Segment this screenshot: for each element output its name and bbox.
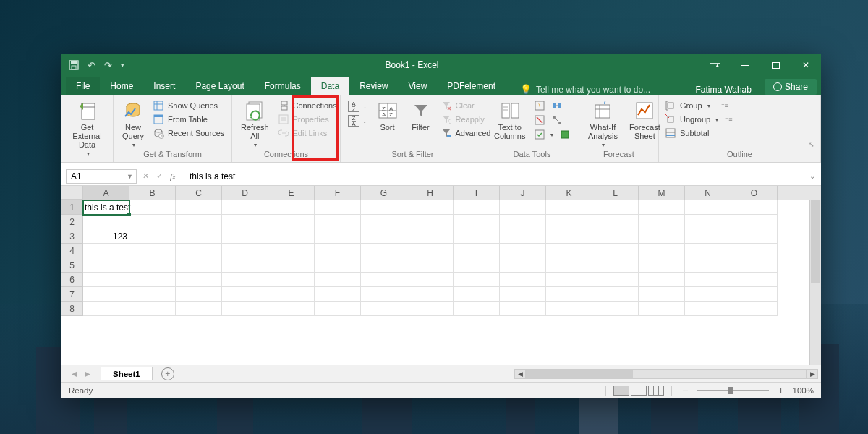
ribbon-tabs: File Home Insert Page Layout Formulas Da… (61, 76, 821, 95)
tab-review[interactable]: Review (349, 77, 398, 95)
data-validation-button[interactable]: ▾ (532, 128, 555, 141)
name-box-dropdown-icon[interactable]: ▼ (127, 173, 136, 180)
page-break-view-button[interactable] (648, 386, 664, 396)
tab-home[interactable]: Home (100, 77, 143, 95)
remove-duplicates-button[interactable] (532, 114, 547, 127)
minimize-button[interactable] (730, 54, 760, 76)
row-header-1[interactable]: 1 (61, 200, 83, 215)
tab-page-layout[interactable]: Page Layout (185, 77, 254, 95)
col-header-A[interactable]: A (83, 186, 129, 200)
remove-duplicates-icon (534, 114, 545, 126)
share-button[interactable]: Share (765, 79, 817, 95)
insert-function-icon[interactable]: fx (170, 172, 176, 181)
close-button[interactable]: ✕ (791, 54, 821, 76)
zoom-slider[interactable] (697, 390, 769, 391)
col-header-M[interactable]: M (639, 186, 685, 200)
tab-data[interactable]: Data (311, 77, 349, 95)
clear-filter-icon (441, 100, 452, 111)
consolidate-icon (551, 100, 563, 111)
worksheet-grid[interactable]: A B C D E F G H I J K L M N O 1this is a… (61, 186, 821, 365)
row-header-5[interactable]: 5 (61, 258, 83, 273)
row-header-2[interactable]: 2 (61, 215, 83, 229)
redo-icon[interactable]: ↷ (104, 60, 112, 71)
undo-icon[interactable]: ↶ (88, 60, 95, 71)
col-header-K[interactable]: K (546, 186, 592, 200)
col-header-J[interactable]: J (500, 186, 546, 200)
svg-rect-6 (154, 101, 163, 110)
sort-az-button[interactable]: AZ↓ (346, 100, 368, 113)
outline-launcher[interactable]: ⤡ (663, 141, 816, 148)
vertical-scrollbar[interactable] (809, 200, 821, 365)
tab-insert[interactable]: Insert (143, 77, 185, 95)
ribbon-options-icon[interactable]: ▴ (699, 54, 730, 76)
text-to-columns-button[interactable]: Text to Columns (490, 98, 529, 142)
col-header-D[interactable]: D (222, 186, 268, 200)
relationships-button[interactable] (550, 114, 564, 127)
tab-view[interactable]: View (399, 77, 438, 95)
account-username[interactable]: Fatima Wahab (682, 85, 765, 95)
advanced-filter-button[interactable]: Advanced (439, 127, 493, 140)
cell-A1[interactable]: this is a test (83, 200, 129, 215)
col-header-G[interactable]: G (361, 186, 407, 200)
sheet-nav-prev-icon[interactable]: ◀ (72, 370, 77, 378)
select-all-corner[interactable] (61, 186, 83, 200)
sheet-tab-active[interactable]: Sheet1 (101, 367, 153, 380)
maximize-button[interactable] (760, 54, 791, 76)
row-header-6[interactable]: 6 (61, 273, 83, 287)
ungroup-button[interactable]: Ungroup▾ ⁻≡ (663, 113, 733, 126)
horizontal-scrollbar[interactable]: ◀ ▶ (514, 368, 818, 380)
col-header-F[interactable]: F (315, 186, 361, 200)
row-header-8[interactable]: 8 (61, 302, 83, 316)
col-header-O[interactable]: O (731, 186, 778, 200)
expand-formula-bar-icon[interactable]: ⌄ (804, 172, 821, 180)
sort-za-button[interactable]: ZA↓ (346, 114, 368, 127)
new-query-button[interactable]: New Query ▾ (118, 98, 148, 150)
col-header-B[interactable]: B (129, 186, 176, 200)
from-table-icon (153, 114, 164, 125)
col-header-E[interactable]: E (268, 186, 315, 200)
subtotal-button[interactable]: Subtotal (663, 127, 733, 140)
sheet-nav-next-icon[interactable]: ▶ (85, 370, 90, 378)
zoom-in-button[interactable]: + (775, 385, 786, 396)
svg-rect-33 (502, 103, 509, 118)
tab-pdfelement[interactable]: PDFelement (437, 77, 506, 95)
row-header-3[interactable]: 3 (61, 229, 83, 244)
enter-formula-icon[interactable]: ✓ (156, 171, 163, 181)
col-header-C[interactable]: C (176, 186, 222, 200)
save-icon[interactable] (69, 60, 79, 70)
tell-me-search[interactable]: 💡 Tell me what you want to do... (506, 84, 682, 95)
page-layout-view-button[interactable] (631, 386, 647, 396)
sort-button[interactable]: ZAAZ Sort (373, 98, 403, 133)
row-header-7[interactable]: 7 (61, 287, 83, 302)
tab-file[interactable]: File (66, 77, 100, 95)
what-if-analysis-button[interactable]: ? What-If Analysis ▾ (584, 98, 622, 150)
manage-data-model-button[interactable] (558, 128, 572, 141)
cell-A3[interactable]: 123 (83, 229, 129, 244)
new-sheet-button[interactable]: + (161, 367, 174, 380)
flash-fill-icon (534, 100, 545, 111)
filter-button[interactable]: Filter (406, 98, 436, 133)
cancel-formula-icon[interactable]: ✕ (142, 171, 149, 181)
show-queries-button[interactable]: Show Queries (151, 99, 226, 112)
refresh-all-button[interactable]: Refresh All ▾ (237, 98, 273, 150)
zoom-level[interactable]: 100% (793, 386, 814, 395)
get-external-data-button[interactable]: Get External Data ▾ (66, 98, 109, 158)
tab-formulas[interactable]: Formulas (255, 77, 311, 95)
recent-sources-icon (153, 127, 164, 139)
consolidate-button[interactable] (550, 99, 564, 112)
row-header-4[interactable]: 4 (61, 244, 83, 258)
zoom-out-button[interactable]: − (679, 385, 691, 396)
group-rows-button[interactable]: Group▾ ⁺≡ (663, 99, 733, 112)
sort-za-icon: ZA (348, 115, 359, 127)
flash-fill-button[interactable] (532, 99, 547, 112)
col-header-N[interactable]: N (685, 186, 731, 200)
normal-view-button[interactable] (613, 386, 629, 396)
formula-input[interactable] (184, 169, 804, 184)
recent-sources-button[interactable]: Recent Sources (151, 127, 226, 140)
from-table-button[interactable]: From Table (151, 113, 226, 126)
name-box[interactable]: A1 ▼ (66, 169, 137, 184)
col-header-I[interactable]: I (454, 186, 500, 200)
col-header-H[interactable]: H (407, 186, 454, 200)
connections-button[interactable]: Connections (276, 99, 339, 112)
col-header-L[interactable]: L (592, 186, 639, 200)
